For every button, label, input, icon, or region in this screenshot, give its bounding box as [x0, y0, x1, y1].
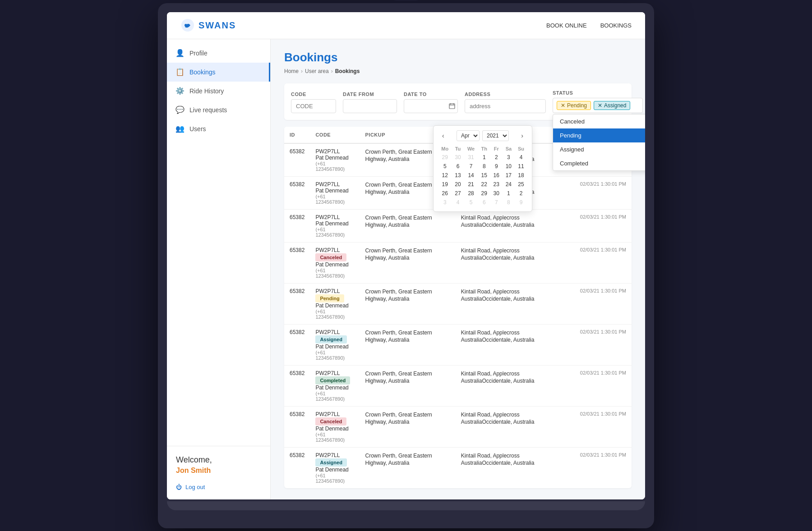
- table-row: 65382PW2P7LLPendingPat Denmead(+61 12345…: [284, 283, 632, 324]
- calendar-year-select[interactable]: 2021: [482, 130, 509, 141]
- calendar-next-button[interactable]: ›: [519, 131, 526, 140]
- date-from-input[interactable]: [343, 99, 397, 113]
- cal-day[interactable]: 4: [515, 153, 527, 162]
- cal-day[interactable]: 24: [503, 180, 515, 189]
- logout-button[interactable]: ⏻ Log out: [176, 484, 261, 490]
- code-filter-group: CODE: [291, 92, 336, 113]
- cal-day[interactable]: 2: [490, 153, 503, 162]
- cal-day[interactable]: 15: [478, 171, 490, 180]
- address-input[interactable]: [465, 99, 546, 113]
- sidebar-item-live-requests[interactable]: 💬 Live requests: [167, 101, 270, 119]
- users-icon: 👥: [176, 125, 184, 133]
- cal-day[interactable]: 3: [438, 198, 452, 207]
- breadcrumb-home[interactable]: Home: [284, 68, 299, 74]
- status-tag-assigned[interactable]: ✕ Assigned: [594, 101, 630, 110]
- cell-code: PW2P7LLPat Denmead(+61 1234567890): [310, 176, 360, 209]
- cal-day[interactable]: 23: [490, 180, 503, 189]
- cell-pickup: Crown Perth, Great Eastern Highway, Aust…: [360, 242, 456, 283]
- sidebar-item-ride-history[interactable]: ⚙️ Ride History: [167, 82, 270, 101]
- cell-id: 65382: [284, 406, 310, 447]
- cal-day[interactable]: 9: [490, 162, 503, 171]
- cal-day[interactable]: 9: [515, 198, 527, 207]
- cal-day[interactable]: 5: [464, 198, 478, 207]
- status-option-canceled[interactable]: Canceled: [553, 114, 645, 128]
- cell-id: 65382: [284, 365, 310, 406]
- status-option-pending[interactable]: Pending: [553, 128, 645, 142]
- cell-pickup: Crown Perth, Great Eastern Highway, Aust…: [360, 365, 456, 406]
- cal-day[interactable]: 19: [438, 180, 452, 189]
- bookings-link[interactable]: BOOKINGS: [600, 22, 632, 29]
- cal-day[interactable]: 21: [464, 180, 478, 189]
- cal-day[interactable]: 22: [478, 180, 490, 189]
- status-tag-pending-x[interactable]: ✕: [561, 102, 565, 109]
- date-from-input-wrapper: [343, 99, 397, 113]
- cal-day[interactable]: 29: [478, 189, 490, 198]
- cal-day[interactable]: 20: [452, 180, 464, 189]
- cal-day[interactable]: 25: [515, 180, 527, 189]
- cal-day-su: Su: [515, 145, 527, 153]
- cal-day[interactable]: 3: [503, 153, 515, 162]
- status-filter-label: STATUS: [553, 90, 643, 96]
- cell-dropoff: Kintail Road, Applecross AustraliaOccide…: [456, 209, 575, 242]
- cal-day[interactable]: 8: [478, 162, 490, 171]
- cell-code: PW2P7LLAssignedPat Denmead(+61 123456789…: [310, 447, 360, 488]
- cal-day[interactable]: 18: [515, 171, 527, 180]
- sidebar-label-live-requests: Live requests: [189, 106, 227, 114]
- cal-day[interactable]: 27: [452, 189, 464, 198]
- breadcrumb-sep-1: ›: [301, 68, 303, 74]
- cell-name-phone: Pat Denmead(+61 1234567890): [315, 343, 354, 361]
- cal-day[interactable]: 31: [464, 153, 478, 162]
- cal-day[interactable]: 12: [438, 171, 452, 180]
- cal-day[interactable]: 26: [438, 189, 452, 198]
- cal-day[interactable]: 17: [503, 171, 515, 180]
- cal-day[interactable]: 28: [464, 189, 478, 198]
- calendar-month-select[interactable]: Apr: [457, 130, 480, 141]
- cal-day[interactable]: 14: [464, 171, 478, 180]
- calendar-prev-button[interactable]: ‹: [440, 131, 447, 140]
- col-id: ID: [284, 127, 310, 143]
- book-online-link[interactable]: BOOK ONLINE: [546, 22, 587, 29]
- sidebar-item-bookings[interactable]: 📋 Bookings: [167, 63, 270, 82]
- cal-day[interactable]: 6: [478, 198, 490, 207]
- cal-day[interactable]: 5: [438, 162, 452, 171]
- cal-day[interactable]: 13: [452, 171, 464, 180]
- cell-datetime: 02/03/21 1:30:01 PM: [575, 406, 632, 447]
- cal-day[interactable]: 7: [464, 162, 478, 171]
- status-tag-assigned-x[interactable]: ✕: [598, 102, 602, 109]
- table-row: 65382PW2P7LLAssignedPat Denmead(+61 1234…: [284, 447, 632, 488]
- cal-day[interactable]: 29: [438, 153, 452, 162]
- status-option-assigned[interactable]: Assigned: [553, 142, 645, 156]
- breadcrumb: Home › User area › Bookings: [284, 68, 632, 74]
- cell-code: PW2P7LLPat Denmead(+61 1234567890): [310, 209, 360, 242]
- cal-day[interactable]: 1: [478, 153, 490, 162]
- logout-label: Log out: [185, 484, 205, 490]
- cal-day-th: Th: [478, 145, 490, 153]
- sidebar-item-users[interactable]: 👥 Users: [167, 119, 270, 138]
- top-nav-links: BOOK ONLINE BOOKINGS: [546, 22, 632, 29]
- cell-dropoff: Kintail Road, Applecross AustraliaOccide…: [456, 365, 575, 406]
- status-option-completed[interactable]: Completed: [553, 156, 645, 170]
- status-tags-input[interactable]: ✕ Pending ✕ Assigned: [553, 98, 643, 113]
- cell-id: 65382: [284, 324, 310, 365]
- cal-day[interactable]: 2: [515, 189, 527, 198]
- cal-day[interactable]: 1: [503, 189, 515, 198]
- cal-day[interactable]: 8: [503, 198, 515, 207]
- cell-code: PW2P7LLCanceledPat Denmead(+61 123456789…: [310, 242, 360, 283]
- cal-day[interactable]: 6: [452, 162, 464, 171]
- sidebar-label-users: Users: [189, 125, 206, 133]
- cal-day[interactable]: 30: [452, 153, 464, 162]
- sidebar-bottom: Welcome, Jon Smith ⏻ Log out: [167, 446, 270, 499]
- code-input[interactable]: [291, 99, 336, 113]
- cal-day[interactable]: 4: [452, 198, 464, 207]
- cal-day[interactable]: 10: [503, 162, 515, 171]
- live-requests-icon: 💬: [176, 106, 184, 114]
- cal-day[interactable]: 7: [490, 198, 503, 207]
- breadcrumb-user-area[interactable]: User area: [305, 68, 329, 74]
- cal-day[interactable]: 30: [490, 189, 503, 198]
- status-tag-pending[interactable]: ✕ Pending: [557, 101, 591, 110]
- date-to-calendar-icon[interactable]: [449, 103, 455, 109]
- sidebar-item-profile[interactable]: 👤 Profile: [167, 44, 270, 63]
- cal-day[interactable]: 11: [515, 162, 527, 171]
- sidebar-label-profile: Profile: [189, 50, 208, 57]
- cal-day[interactable]: 16: [490, 171, 503, 180]
